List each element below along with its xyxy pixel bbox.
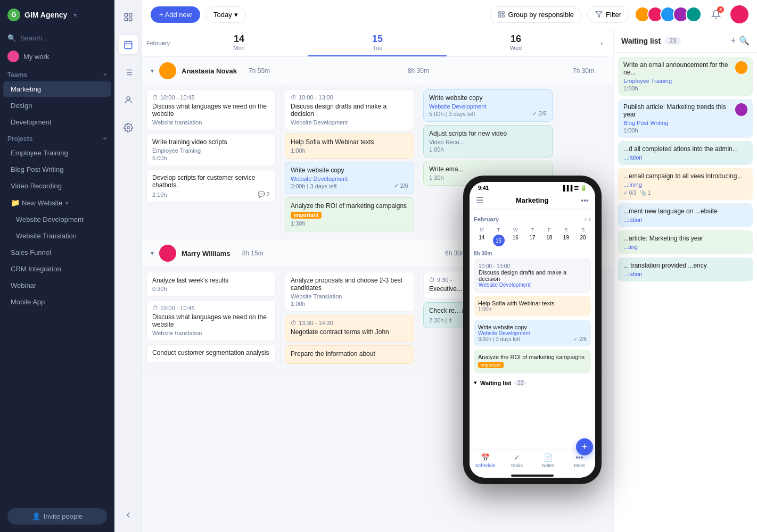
phone-nav-schedule[interactable]: 📅 Schedule: [470, 450, 501, 471]
sidebar-item-blog-post[interactable]: Blog Post Writing: [3, 162, 111, 177]
anastasia-hours-14: 7h 55m: [249, 67, 270, 74]
team-avatars: [635, 6, 702, 22]
phone-nav-tasks[interactable]: ✓ Tasks: [501, 450, 532, 471]
phone-task-card[interactable]: 10:00 - 13:00 Discuss design drafts and …: [474, 259, 591, 293]
task-card[interactable]: Analyze proposals and choose 2-3 best ca…: [285, 272, 414, 312]
sidebar-item-marketing[interactable]: Marketing: [3, 81, 111, 97]
phone-task-card[interactable]: Analyze the ROI of marketing campaigns i…: [474, 350, 591, 373]
projects-section-header: Projects +: [0, 130, 114, 145]
notifications-button[interactable]: 3: [707, 5, 725, 23]
sidebar-item-webinar[interactable]: Webinar: [3, 278, 111, 293]
tools-icon[interactable]: [119, 7, 138, 27]
task-card[interactable]: Help Sofia with Webinar texts 1:00h: [285, 134, 414, 159]
app-logo[interactable]: G GIM Agency ▾: [0, 0, 114, 30]
add-team-icon[interactable]: +: [103, 71, 107, 79]
phone-today-date[interactable]: 15: [493, 235, 505, 246]
phone-wl-collapse-icon[interactable]: ▾: [474, 379, 477, 386]
anastasia-day-14: ⏱10:00 - 10:45 Discuss what languages we…: [142, 85, 281, 239]
task-card[interactable]: ⏱10:00 - 13:00 Discuss design drafts and…: [285, 89, 414, 130]
sidebar-item-development[interactable]: Development: [3, 114, 111, 130]
search-bar[interactable]: 🔍 Search...: [0, 30, 114, 46]
sidebar-item-design[interactable]: Design: [3, 98, 111, 113]
person-icon[interactable]: [119, 90, 138, 110]
group-by-button[interactable]: Group by responsible: [490, 6, 582, 23]
task-card[interactable]: Write website copy Website Development 3…: [285, 162, 414, 194]
prev-day-button[interactable]: ‹: [155, 36, 170, 51]
add-new-button[interactable]: + Add new: [151, 6, 200, 23]
phone-nav-label: More: [574, 463, 585, 468]
wl-item[interactable]: ... translation provided ...ency ...lati…: [618, 257, 753, 281]
marry-day-14: Analyze last week's results 0:30h ⏱10:00…: [142, 268, 281, 371]
phone-more-icon[interactable]: •••: [581, 196, 589, 205]
collapse-marry-icon[interactable]: ▾: [151, 250, 154, 257]
phone-next-icon[interactable]: ›: [589, 215, 591, 223]
user-avatar[interactable]: [730, 5, 748, 23]
project-label: Video Recording: [11, 182, 62, 190]
main-content: + Add new Today ▾ Group by responsible F…: [142, 0, 757, 532]
task-card[interactable]: ⏱10:00 - 10:45 Discuss what languages we…: [146, 89, 276, 130]
teams-section-header: Teams +: [0, 66, 114, 81]
phone-task-card[interactable]: Write website copy Website Development 3…: [474, 320, 591, 346]
collapse-icon[interactable]: [119, 505, 138, 525]
phone-cal-nav: ‹ ›: [585, 215, 591, 223]
invite-icon: 👤: [32, 512, 40, 520]
phone-status-bar: 9:41 ▐▐▐ ☰ 🔋: [470, 182, 595, 192]
add-wl-icon[interactable]: +: [731, 36, 736, 46]
wl-item[interactable]: ...ment new language on ...ebsite ...lat…: [618, 203, 753, 227]
wl-item[interactable]: ...email campaign to all vees introducin…: [618, 168, 753, 200]
expand-icon: ▾: [65, 200, 68, 206]
sidebar-item-sales-funnel[interactable]: Sales Funnel: [3, 245, 111, 260]
sidebar-item-mobile-app[interactable]: Mobile App: [3, 294, 111, 310]
sidebar-item-website-development[interactable]: Website Development: [3, 212, 111, 227]
sidebar-item-video-recording[interactable]: Video Recording: [3, 178, 111, 194]
collapse-anastasia-icon[interactable]: ▾: [151, 67, 154, 74]
project-label: Website Translation: [16, 232, 77, 240]
sidebar-item-crm-integration[interactable]: CRM Integration: [3, 261, 111, 277]
settings-icon[interactable]: [119, 118, 138, 137]
task-card[interactable]: Analyze last week's results 0:30h: [146, 272, 276, 297]
project-label: CRM Integration: [11, 265, 61, 273]
task-card[interactable]: Analyze the ROI of marketing campaigns i…: [285, 197, 414, 231]
task-card[interactable]: Conduct customer segmentation analysis: [146, 344, 276, 363]
my-work-item[interactable]: My work: [0, 46, 114, 66]
phone-wl-header: ▾ Waiting list 23: [474, 377, 591, 388]
filter-button[interactable]: Filter: [587, 6, 629, 23]
sidebar-item-employee-training[interactable]: Employee Training: [3, 145, 111, 161]
wl-item[interactable]: Write an email announcement for the ne..…: [618, 57, 753, 96]
phone-app-header: ☰ Marketing •••: [470, 192, 595, 209]
phone-cal-weekdays: M T W T F S S: [474, 227, 591, 232]
wl-item[interactable]: ...d all completed ations into the admin…: [618, 141, 753, 165]
next-day-button[interactable]: ›: [594, 36, 609, 51]
waiting-list-title: Waiting list: [621, 37, 661, 45]
list-icon[interactable]: [119, 63, 138, 82]
invite-people-button[interactable]: 👤 Invite people: [7, 508, 107, 525]
sidebar-item-new-website[interactable]: 📁 New Website ▾: [3, 195, 111, 211]
teams-label: Teams: [7, 71, 27, 79]
task-card[interactable]: Develop scripts for customer service cha…: [146, 169, 276, 203]
phone-wl-title: Waiting list: [480, 380, 511, 386]
wl-item[interactable]: ...article: Marketing this year ...ting: [618, 230, 753, 254]
avatar-5[interactable]: [686, 6, 702, 22]
phone-prev-icon[interactable]: ‹: [585, 215, 587, 223]
task-card[interactable]: ⏱10:00 - 10:45 Discuss what languages we…: [146, 300, 276, 341]
phone-fab-button[interactable]: +: [576, 438, 593, 455]
app-name: GIM Agency: [24, 11, 67, 19]
team-marketing-label: Marketing: [11, 85, 41, 93]
phone-task-card[interactable]: Help Sofia with Webinar texts 1:00h: [474, 296, 591, 317]
phone-nav-notes[interactable]: 📄 Notes: [532, 450, 564, 471]
task-card[interactable]: Adjust scripts for new video Video Reco.…: [423, 125, 553, 157]
invite-label: Invite people: [44, 512, 83, 520]
task-card[interactable]: Write training video scripts Employee Tr…: [146, 134, 276, 166]
search-wl-icon[interactable]: 🔍: [739, 36, 750, 46]
task-card[interactable]: Write website copy Website Development 5…: [423, 89, 553, 122]
task-card[interactable]: Prepare the information about: [285, 345, 414, 364]
phone-menu-icon[interactable]: ☰: [476, 195, 483, 205]
calendar-icon[interactable]: [119, 35, 138, 54]
svg-rect-19: [502, 15, 504, 17]
sidebar-item-website-translation[interactable]: Website Translation: [3, 228, 111, 244]
wl-item[interactable]: Publish article: Marketing trends this y…: [618, 99, 753, 138]
add-project-icon[interactable]: +: [103, 135, 107, 143]
sidebar: G GIM Agency ▾ 🔍 Search... My work Teams…: [0, 0, 114, 532]
task-card[interactable]: ⏱13:30 - 14:30 Negotiate contract terms …: [285, 315, 414, 342]
today-button[interactable]: Today ▾: [205, 6, 246, 23]
